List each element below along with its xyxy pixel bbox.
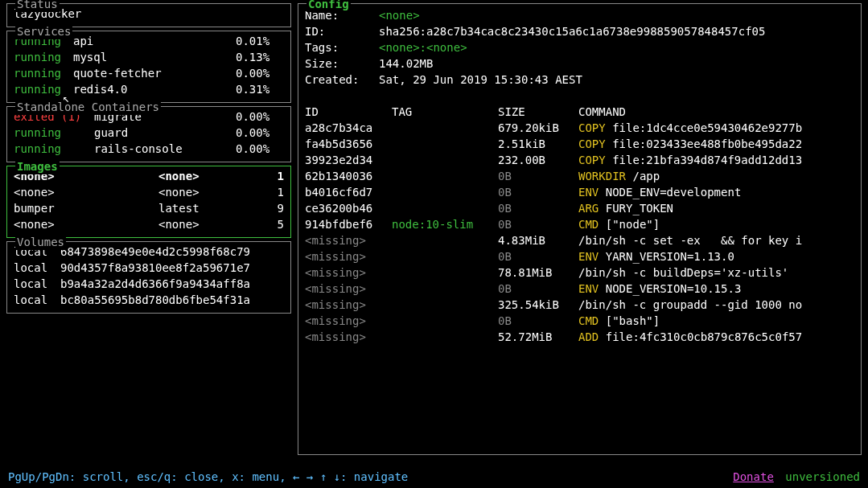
footer: PgUp/PgDn: scroll, esc/q: close, x: menu… [8,469,860,485]
history-command: ENV NODE_VERSION=10.15.3 [578,281,854,297]
service-row[interactable]: runningquote-fetcher0.00% [14,65,284,81]
container-row[interactable]: runningrails-console0.00% [14,141,284,157]
history-command: COPY file:21bfa394d874f9add12dd13 [578,152,854,168]
history-row: 62b13400360BWORKDIR /app [305,168,854,184]
image-count: 1 [247,184,284,200]
config-name: Name: <none> [305,7,854,23]
history-tag [392,120,498,136]
service-status: running [14,65,73,81]
config-size: Size: 144.02MB [305,55,854,72]
services-panel[interactable]: Services runningapi0.01%runningmysql0.13… [6,31,291,103]
history-id: <missing> [305,313,392,329]
left-column: Status lazydocker Services runningapi0.0… [0,0,298,466]
image-repo: <none> [14,216,158,232]
history-command: /bin/sh -c groupadd --gid 1000 no [578,297,854,313]
image-row[interactable]: <none><none>1 [14,184,284,200]
history-row: <missing>325.54kiB/bin/sh -c groupadd --… [305,297,854,313]
history-row: b4016cf6d70BENV NODE_ENV=development [305,184,854,200]
services-panel-title: Services [15,23,72,39]
volume-row[interactable]: local90d4357f8a93810ee8f2a59671e7 [14,260,284,276]
history-command: CMD ["bash"] [578,313,854,329]
history-size: 679.20kiB [498,120,578,136]
container-name: rails-console [94,141,236,157]
history-tag [392,313,498,329]
volume-name: b9a4a32a2d4d6366f9a9434aff8a [60,276,284,292]
history-size: 4.83MiB [498,232,578,248]
history-tag [392,136,498,152]
history-tag: node:10-slim [392,216,498,232]
history-row: <missing>0BENV YARN_VERSION=1.13.0 [305,248,854,265]
volume-row[interactable]: localbc80a55695b8d780db6fbe54f31a [14,292,284,308]
image-count: 1 [247,168,284,184]
history-size: 0B [498,216,578,232]
history-id: <missing> [305,281,392,297]
history-tag [392,152,498,168]
image-count: 5 [247,216,284,232]
history-command: ADD file:4fc310c0cb879c876c5c0f57 [578,329,854,345]
service-row[interactable]: runningmysql0.13% [14,49,284,65]
container-row[interactable]: runningguard0.00% [14,125,284,141]
history-size: 0B [498,248,578,265]
image-tag: latest [158,200,247,216]
history-row: ce36200b460BARG FURY_TOKEN [305,200,854,216]
history-id: b4016cf6d7 [305,184,392,200]
service-name: api [73,33,236,49]
volume-driver: local [14,260,60,276]
history-row: <missing>4.83MiB/bin/sh -c set -ex && fo… [305,232,854,248]
history-command: /bin/sh -c set -ex && for key i [578,232,854,248]
volumes-panel[interactable]: Volumes local68473898e49e0e4d2c5998f68c7… [6,241,291,314]
history-tag [392,265,498,281]
images-panel[interactable]: Images <none><none>1<none><none>1bumperl… [6,166,291,238]
image-count: 9 [247,200,284,216]
image-row[interactable]: <none><none>5 [14,216,284,232]
container-cpu: 0.00% [236,141,284,157]
history-id: <missing> [305,329,392,345]
donate-link[interactable]: Donate [733,470,774,483]
history-id: fa4b5d3656 [305,136,392,152]
volume-name: 68473898e49e0e4d2c5998f68c79 [60,244,284,260]
config-id: ID: sha256:a28c7b34cac8c23430c15a6c1a673… [305,23,854,39]
history-id: <missing> [305,297,392,313]
service-status: running [14,49,73,65]
history-tag [392,281,498,297]
volume-name: bc80a55695b8d780db6fbe54f31a [60,292,284,308]
history-tag [392,200,498,216]
history-size: 0B [498,168,578,184]
volume-row[interactable]: localb9a4a32a2d4d6366f9a9434aff8a [14,276,284,292]
image-repo: bumper [14,200,158,216]
containers-panel-title: Standalone Containers [15,99,161,115]
history-row: <missing>52.72MiBADD file:4fc310c0cb879c… [305,329,854,345]
image-row[interactable]: bumperlatest9 [14,200,284,216]
history-size: 325.54kiB [498,297,578,313]
history-tag [392,184,498,200]
config-panel[interactable]: Config Name: <none> ID: sha256:a28c7b34c… [298,3,862,455]
volume-driver: local [14,276,60,292]
history-row: fa4b5d36562.51kiBCOPY file:023433ee488fb… [305,136,854,152]
history-id: <missing> [305,232,392,248]
service-name: redis4.0 [73,81,236,97]
history-id: <missing> [305,265,392,281]
history-tag [392,329,498,345]
containers-panel[interactable]: Standalone Containers exited (1)migrate0… [6,106,291,162]
container-name: guard [94,125,236,141]
config-created: Created: Sat, 29 Jun 2019 15:30:43 AEST [305,72,854,88]
history-command: COPY file:1dc4cce0e59430462e9277b [578,120,854,136]
history-command: ARG FURY_TOKEN [578,200,854,216]
service-row[interactable]: runningredis4.00.31% [14,81,284,97]
volumes-panel-title: Volumes [15,234,66,250]
history-row: <missing>0BENV NODE_VERSION=10.15.3 [305,281,854,297]
history-command: ENV NODE_ENV=development [578,184,854,200]
history-tag [392,232,498,248]
history-id: 39923e2d34 [305,152,392,168]
history-row: 39923e2d34232.00BCOPY file:21bfa394d874f… [305,152,854,168]
history-row: 914bfdbef6node:10-slim0BCMD ["node"] [305,216,854,232]
history-id: a28c7b34ca [305,120,392,136]
history-tag [392,297,498,313]
history-size: 232.00B [498,152,578,168]
service-status: running [14,81,73,97]
version-text: unversioned [785,470,860,483]
container-cpu: 0.00% [236,125,284,141]
service-cpu: 0.31% [236,81,284,97]
history-id: ce36200b46 [305,200,392,216]
volume-name: 90d4357f8a93810ee8f2a59671e7 [60,260,284,276]
